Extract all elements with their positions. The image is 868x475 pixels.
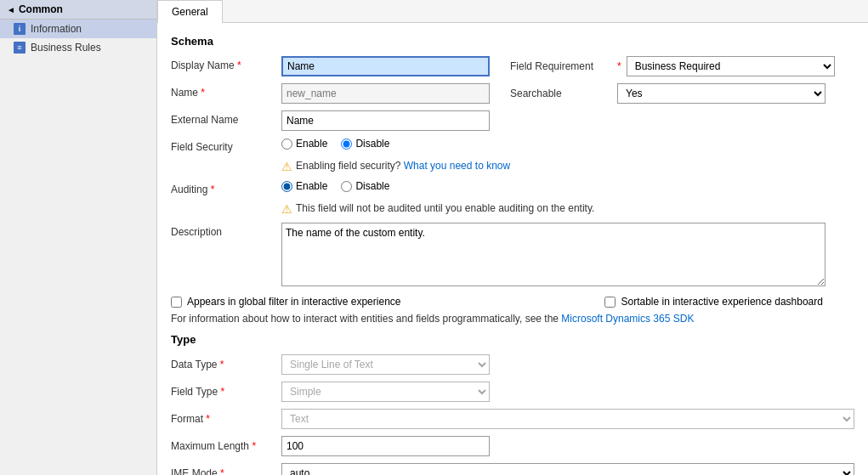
name-row: Name * Searchable Yes No: [171, 83, 854, 104]
sortable-label: Sortable in interactive experience dashb…: [621, 296, 822, 308]
display-name-required: *: [235, 59, 241, 71]
external-name-row: External Name Name: [171, 110, 854, 131]
field-security-enable-option[interactable]: Enable: [281, 138, 327, 150]
format-row: Format * Text: [171, 409, 854, 429]
sidebar-item-business-rules[interactable]: ≡ Business Rules: [0, 38, 156, 57]
max-length-input[interactable]: 100: [281, 436, 490, 456]
global-filter-label: Appears in global filter in interactive …: [187, 296, 400, 308]
auditing-disable-radio[interactable]: [341, 181, 352, 192]
external-name-label: External Name: [171, 110, 281, 126]
name-input[interactable]: [281, 83, 490, 104]
field-requirement-select[interactable]: Business Required Required Optional None: [627, 56, 835, 76]
sidebar-item-business-rules-label: Business Rules: [31, 42, 101, 54]
sidebar-section-label: Common: [19, 3, 63, 15]
field-requirement-label: Field Requirement: [510, 60, 612, 72]
global-filter-checkbox[interactable]: [171, 297, 182, 308]
data-type-select[interactable]: Single Line of Text: [281, 354, 490, 375]
sdk-link[interactable]: Microsoft Dynamics 365 SDK: [561, 313, 694, 325]
checkbox-section: Appears in global filter in interactive …: [171, 296, 854, 308]
field-type-row: Field Type * Simple: [171, 382, 854, 402]
sdk-info: For information about how to interact wi…: [171, 313, 854, 325]
description-row: Description The name of the custom entit…: [171, 223, 854, 289]
what-you-need-link[interactable]: What you need to know: [404, 160, 510, 172]
display-name-input[interactable]: Name: [281, 56, 490, 76]
auditing-warning: ⚠ This field will not be audited until y…: [171, 202, 854, 216]
field-security-disable-radio[interactable]: [341, 139, 352, 150]
type-title: Type: [171, 333, 854, 346]
auditing-row: Auditing * Enable Disable: [171, 180, 854, 195]
format-select[interactable]: Text: [281, 409, 854, 429]
schema-title: Schema: [171, 35, 854, 48]
auditing-enable-option[interactable]: Enable: [281, 180, 327, 192]
rules-icon: ≡: [14, 42, 26, 54]
auditing-radios: Enable Disable: [281, 180, 389, 192]
description-label: Description: [171, 223, 281, 238]
field-security-label: Field Security: [171, 138, 281, 153]
ime-mode-select[interactable]: auto active inactive disabled: [281, 463, 854, 475]
max-length-row: Maximum Length * 100: [171, 436, 854, 456]
description-textarea[interactable]: The name of the custom entity.: [281, 223, 825, 286]
searchable-label: Searchable: [510, 88, 612, 99]
searchable-select[interactable]: Yes No: [617, 83, 825, 104]
data-type-row: Data Type * Single Line of Text: [171, 354, 854, 375]
auditing-enable-radio[interactable]: [281, 181, 292, 192]
data-type-label: Data Type *: [171, 359, 281, 370]
info-icon: i: [14, 23, 26, 35]
field-security-enable-radio[interactable]: [281, 139, 292, 150]
audit-warning-icon: ⚠: [281, 202, 292, 216]
sidebar-section-common[interactable]: ◄ Common: [0, 0, 156, 20]
display-name-row: Display Name * Name Field Requirement * …: [171, 56, 854, 76]
content-area: Schema Display Name * Name Field Require…: [157, 23, 868, 475]
sidebar-item-information[interactable]: i Information: [0, 20, 156, 38]
sidebar-item-information-label: Information: [31, 23, 82, 35]
external-name-input[interactable]: Name: [281, 110, 490, 131]
main-content: General Schema Display Name * Name Field…: [157, 0, 868, 475]
sortable-checkbox[interactable]: [604, 297, 616, 308]
field-type-select[interactable]: Simple: [281, 382, 490, 402]
ime-mode-label: IME Mode *: [171, 467, 281, 475]
tab-general[interactable]: General: [157, 0, 223, 23]
display-name-label: Display Name *: [171, 56, 281, 71]
field-security-warning: ⚠ Enabling field security? What you need…: [171, 160, 854, 173]
auditing-disable-option[interactable]: Disable: [341, 180, 389, 192]
warning-icon: ⚠: [281, 160, 292, 173]
warning-security-text: Enabling field security? What you need t…: [296, 160, 510, 172]
field-type-label: Field Type *: [171, 386, 281, 398]
sidebar: ◄ Common i Information ≡ Business Rules: [0, 0, 157, 475]
auditing-label: Auditing *: [171, 180, 281, 195]
name-label: Name *: [171, 83, 281, 99]
format-label: Format *: [171, 413, 281, 425]
sortable-item: Sortable in interactive experience dashb…: [604, 296, 822, 308]
ime-mode-row: IME Mode * auto active inactive disabled: [171, 463, 854, 475]
field-security-row: Field Security Enable Disable: [171, 138, 854, 153]
global-filter-item: Appears in global filter in interactive …: [171, 296, 400, 308]
audit-warning-text: This field will not be audited until you…: [296, 202, 594, 214]
max-length-label: Maximum Length *: [171, 440, 281, 452]
field-security-disable-option[interactable]: Disable: [341, 138, 389, 150]
chevron-icon: ◄: [7, 5, 15, 14]
field-security-radios: Enable Disable: [281, 138, 389, 150]
tab-bar: General: [157, 0, 868, 23]
